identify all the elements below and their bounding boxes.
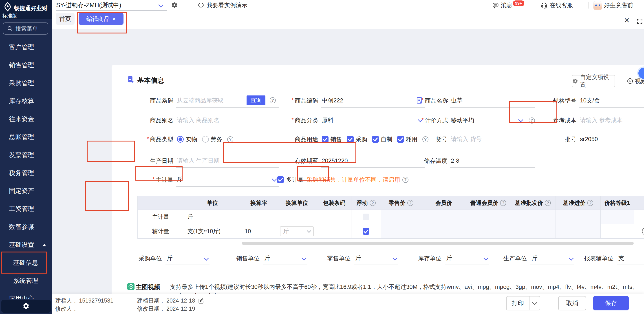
prod-date-input[interactable]: 请输入 生产日期 (176, 154, 279, 168)
floating-cell[interactable] (352, 224, 381, 238)
main-unit-select[interactable]: 斤 (176, 173, 279, 187)
tab-home[interactable]: 首页 (56, 13, 74, 25)
question-icon[interactable] (227, 136, 233, 142)
ref-cost-input[interactable]: 请输入 参考成本 (579, 114, 644, 127)
settings-gear-icon[interactable] (171, 2, 178, 8)
base-purchase-cell[interactable] (556, 224, 601, 238)
common-member-price-cell[interactable] (466, 224, 510, 238)
checkbox-unchecked-icon[interactable] (363, 214, 370, 220)
sidebar-item-purchase[interactable]: 采购管理 (0, 74, 52, 92)
product-code-input[interactable]: 中创222 (321, 94, 425, 108)
sidebar-group-label: 基础设置 (9, 241, 34, 248)
retail-price-cell[interactable] (381, 210, 421, 224)
member-price-cell[interactable] (421, 210, 466, 224)
stock-unit-select[interactable]: 库存单位 斤 (418, 251, 489, 266)
rate-cell[interactable]: 10 (241, 224, 277, 238)
question-icon[interactable] (270, 97, 276, 103)
edit-icon[interactable] (198, 298, 204, 304)
question-icon[interactable] (407, 200, 414, 206)
field-label: 商品编码 (281, 97, 318, 105)
question-icon[interactable] (587, 200, 593, 206)
assistant-avatar[interactable] (593, 1, 602, 10)
unit-cell[interactable]: 斤 (184, 210, 241, 224)
member-price-cell[interactable] (421, 224, 466, 238)
sidebar-item-basic-settings[interactable]: 基础设置 (0, 236, 52, 254)
common-member-price-cell[interactable] (466, 210, 510, 224)
unit-cell[interactable]: 支(1支≈10斤) (184, 224, 241, 238)
demo-link[interactable]: 我要看实例演示 (198, 0, 248, 10)
batch-no-input[interactable]: sr2050 (579, 132, 644, 146)
customize-fields-button[interactable]: 自定义项设置 (572, 75, 615, 87)
tab-edit-product[interactable]: 编辑商品 × (78, 13, 124, 25)
checkbox-checked-icon[interactable] (277, 176, 284, 183)
sidebar-item-inventory[interactable]: 库存核算 (0, 92, 52, 110)
sidebar-item-app-center[interactable]: 应用中心 (0, 290, 52, 299)
add-row-icon[interactable] (642, 228, 644, 235)
sidebar-settings-bar[interactable] (1, 300, 51, 313)
radio-service[interactable]: 劳务 (202, 136, 222, 143)
alias-input[interactable]: 请输入 商品别名 (176, 114, 279, 127)
save-button[interactable]: 保存 (593, 296, 629, 310)
query-button[interactable]: 查询 (246, 96, 266, 105)
table-hscrollbar[interactable] (242, 242, 634, 245)
org-select[interactable]: SY-进销存-ZMH(测试中) (56, 0, 166, 10)
sidebar-item-tax[interactable]: 税务管理 (0, 164, 52, 182)
checkbox-consume[interactable]: 耗用 (397, 136, 418, 143)
online-service-button[interactable]: 在线客服 (541, 0, 573, 10)
sidebar-item-payroll[interactable]: 工资管理 (0, 200, 52, 218)
barcode-input[interactable]: 从云端商品库获取 查询 (176, 94, 279, 108)
sidebar-item-invoice[interactable]: 发票管理 (0, 146, 52, 164)
print-dropdown[interactable] (529, 296, 540, 310)
sidebar-item-sales[interactable]: 销售管理 (0, 56, 52, 74)
sidebar-item-system-mgmt[interactable]: 系统管理 (0, 272, 52, 290)
close-icon[interactable]: × (624, 16, 630, 24)
question-icon[interactable] (370, 200, 376, 206)
fullscreen-icon[interactable] (636, 18, 643, 25)
messages-button[interactable]: 消息 (492, 0, 512, 10)
menu-search-input[interactable]: 搜索菜单 (3, 22, 48, 34)
expire-input[interactable]: 20251220 (321, 154, 425, 168)
base-wholesale-cell[interactable] (510, 210, 556, 224)
spec-input[interactable]: 10支/盒 (579, 94, 644, 108)
question-icon[interactable] (529, 118, 535, 124)
pack-barcode-cell[interactable] (317, 224, 352, 238)
cancel-button[interactable]: 取消 (558, 296, 586, 310)
product-name-input[interactable]: 虫草 (450, 94, 535, 108)
category-select[interactable]: 原料 (321, 114, 425, 127)
rate-unit-select[interactable]: 斤 (277, 224, 317, 238)
storage-temp-input[interactable]: 2-8 (450, 154, 535, 168)
rate-unit-cell[interactable] (277, 210, 317, 224)
chevron-down-icon (307, 228, 311, 233)
floating-cell[interactable] (352, 210, 381, 224)
checkbox-purchase[interactable]: 采购 (347, 136, 367, 143)
sidebar-item-funds[interactable]: 往来资金 (0, 110, 52, 128)
checkbox-sale[interactable]: 销售 (322, 136, 342, 143)
base-purchase-cell[interactable] (556, 210, 601, 224)
sidebar-item-customers[interactable]: 客户管理 (0, 38, 52, 56)
sidebar-item-assets[interactable]: 固定资产 (0, 182, 52, 200)
sidebar-item-basic-info[interactable]: 基础信息 (0, 254, 52, 272)
price-level-cell[interactable] (601, 210, 634, 224)
radio-physical[interactable]: 实物 (177, 136, 197, 143)
print-button[interactable]: 打印 (506, 296, 540, 310)
retail-unit-select[interactable]: 零售单位 斤 (327, 251, 398, 266)
checkbox-checked-icon[interactable] (363, 228, 370, 235)
checkbox-selfmade[interactable]: 自制 (372, 136, 392, 143)
art-no-input[interactable]: 请输入 货号 (450, 132, 535, 146)
question-icon[interactable] (500, 200, 506, 206)
purchase-unit-select[interactable]: 采购单位 斤 (138, 251, 210, 266)
production-unit-select[interactable]: 生产单位 斤 (504, 251, 574, 266)
creator-value: 15192791531 (79, 298, 114, 304)
tab-close-icon[interactable]: × (112, 16, 116, 22)
question-icon[interactable] (545, 200, 551, 206)
report-aux-unit-select[interactable]: 报表辅单位 支 (584, 251, 644, 266)
pack-barcode-cell[interactable] (317, 210, 352, 224)
pricing-select[interactable]: 移动平均 (450, 114, 525, 127)
sidebar-item-advisor[interactable]: 数智参谋 (0, 218, 52, 236)
sidebar-item-ledger[interactable]: 总账管理 (0, 128, 52, 146)
retail-price-cell[interactable] (381, 224, 421, 238)
question-icon[interactable] (402, 177, 408, 183)
base-wholesale-cell[interactable] (510, 224, 556, 238)
rate-cell[interactable] (241, 210, 277, 224)
sale-unit-select[interactable]: 销售单位 斤 (236, 251, 307, 266)
